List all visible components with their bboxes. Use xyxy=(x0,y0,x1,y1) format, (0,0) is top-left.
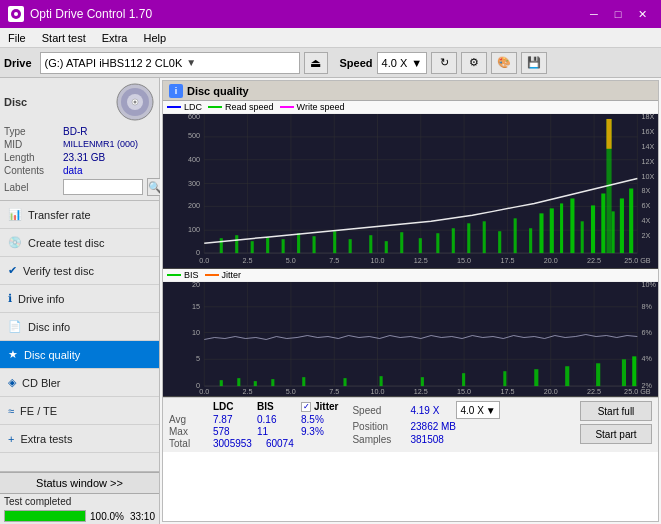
eject-button[interactable]: ⏏ xyxy=(304,52,328,74)
refresh-button[interactable]: ↻ xyxy=(431,52,457,74)
color-button[interactable]: 🎨 xyxy=(491,52,517,74)
type-label: Type xyxy=(4,126,59,137)
nav-fe-te[interactable]: ≈ FE / TE xyxy=(0,397,159,425)
svg-rect-63 xyxy=(400,232,403,253)
legend-bis: BIS xyxy=(167,270,199,280)
drive-label: Drive xyxy=(4,57,36,69)
extra-tests-label: Extra tests xyxy=(20,433,72,445)
svg-text:6X: 6X xyxy=(642,202,651,210)
svg-rect-74 xyxy=(560,203,563,253)
app-icon xyxy=(8,6,24,22)
chart1-container: 0 100 200 300 400 500 600 18X 16X 14X 12… xyxy=(163,114,658,269)
svg-text:4%: 4% xyxy=(642,355,653,363)
total-bis: 60074 xyxy=(266,438,296,449)
svg-rect-52 xyxy=(220,238,223,253)
svg-text:15: 15 xyxy=(192,303,200,311)
svg-text:400: 400 xyxy=(188,156,200,164)
menubar: File Start test Extra Help xyxy=(0,28,661,48)
nav-drive-info[interactable]: ℹ Drive info xyxy=(0,285,159,313)
svg-rect-128 xyxy=(421,377,424,386)
svg-text:8X: 8X xyxy=(642,188,651,196)
nav-disc-info[interactable]: 📄 Disc info xyxy=(0,313,159,341)
menu-extra[interactable]: Extra xyxy=(94,30,136,46)
progress-percent: 100.0% xyxy=(90,511,124,522)
svg-text:10: 10 xyxy=(192,329,200,337)
transfer-rate-label: Transfer rate xyxy=(28,209,91,221)
nav-create-test-disc[interactable]: 💿 Create test disc xyxy=(0,229,159,257)
svg-rect-133 xyxy=(596,363,600,386)
speed-combo[interactable]: 4.0 X ▼ xyxy=(456,401,500,419)
speed-arrow-icon: ▼ xyxy=(411,57,422,69)
svg-text:15.0: 15.0 xyxy=(457,257,471,265)
svg-rect-64 xyxy=(419,238,422,253)
svg-rect-134 xyxy=(622,359,626,386)
settings-button[interactable]: ⚙ xyxy=(461,52,487,74)
fe-te-icon: ≈ xyxy=(8,405,14,417)
legend-jitter-label: Jitter xyxy=(222,270,242,280)
legend-ldc-label: LDC xyxy=(184,102,202,112)
start-full-button[interactable]: Start full xyxy=(580,401,652,421)
legend-writespeed: Write speed xyxy=(280,102,345,112)
length-label: Length xyxy=(4,152,59,163)
label-input[interactable] xyxy=(63,179,143,195)
svg-rect-59 xyxy=(333,231,336,253)
close-button[interactable]: ✕ xyxy=(631,5,653,23)
svg-text:12.5: 12.5 xyxy=(414,388,428,396)
svg-text:17.5: 17.5 xyxy=(500,257,514,265)
svg-rect-126 xyxy=(343,378,346,386)
max-ldc: 578 xyxy=(213,426,243,437)
menu-starttest[interactable]: Start test xyxy=(34,30,94,46)
nav-transfer-rate[interactable]: 📊 Transfer rate xyxy=(0,201,159,229)
speed-selector[interactable]: 4.0 X ▼ xyxy=(377,52,428,74)
svg-text:2.5: 2.5 xyxy=(243,257,253,265)
svg-text:600: 600 xyxy=(188,114,200,121)
bis-color-swatch xyxy=(167,274,181,276)
jitter-checkbox[interactable]: ✓ xyxy=(301,402,311,412)
cd-bler-icon: ◈ xyxy=(8,376,16,389)
fe-te-label: FE / TE xyxy=(20,405,57,417)
svg-text:10%: 10% xyxy=(642,282,657,289)
maximize-button[interactable]: □ xyxy=(607,5,629,23)
legend-readspeed: Read speed xyxy=(208,102,274,112)
minimize-button[interactable]: ─ xyxy=(583,5,605,23)
menu-file[interactable]: File xyxy=(0,30,34,46)
speed-pos-table: Speed 4.19 X 4.0 X ▼ Position 23862 MB S… xyxy=(352,401,500,445)
svg-text:20.0: 20.0 xyxy=(544,257,558,265)
svg-rect-58 xyxy=(313,236,316,253)
svg-text:16X: 16X xyxy=(642,128,655,136)
nav-cd-bler[interactable]: ◈ CD Bler xyxy=(0,369,159,397)
start-part-button[interactable]: Start part xyxy=(580,424,652,444)
svg-text:22.5: 22.5 xyxy=(587,257,601,265)
svg-text:17.5: 17.5 xyxy=(500,388,514,396)
svg-rect-68 xyxy=(483,221,486,253)
svg-rect-132 xyxy=(565,366,569,386)
svg-rect-55 xyxy=(266,237,269,253)
svg-text:500: 500 xyxy=(188,132,200,140)
samples-val: 381508 xyxy=(410,434,443,445)
panel-icon: i xyxy=(169,84,183,98)
nav-disc-quality[interactable]: ★ Disc quality xyxy=(0,341,159,369)
drive-selector[interactable]: (G:) ATAPI iHBS112 2 CL0K ▼ xyxy=(40,52,300,74)
disc-quality-icon: ★ xyxy=(8,348,18,361)
stats-bar: LDC BIS ✓ Jitter Avg 7.87 0.16 8.5% xyxy=(163,397,658,452)
status-window-button[interactable]: Status window >> xyxy=(0,472,159,494)
svg-rect-76 xyxy=(581,221,584,253)
nav-verify-test-disc[interactable]: ✔ Verify test disc xyxy=(0,257,159,285)
menu-help[interactable]: Help xyxy=(135,30,174,46)
status-text: Test completed xyxy=(4,496,71,507)
cd-bler-label: CD Bler xyxy=(22,377,61,389)
writespeed-color-swatch xyxy=(280,106,294,108)
disc-quality-panel: i Disc quality LDC Read speed Write spee… xyxy=(162,80,659,522)
save-button[interactable]: 💾 xyxy=(521,52,547,74)
drivebar: Drive (G:) ATAPI iHBS112 2 CL0K ▼ ⏏ Spee… xyxy=(0,48,661,78)
svg-text:200: 200 xyxy=(188,202,200,210)
nav-extra-tests[interactable]: + Extra tests xyxy=(0,425,159,453)
svg-text:15.0: 15.0 xyxy=(457,388,471,396)
mid-label: MID xyxy=(4,139,59,150)
svg-text:14X: 14X xyxy=(642,143,655,151)
chart1-legend: LDC Read speed Write speed xyxy=(163,101,658,114)
start-buttons: Start full Start part xyxy=(580,401,652,444)
progress-fill xyxy=(5,511,85,521)
svg-text:100: 100 xyxy=(188,226,200,234)
drive-info-icon: ℹ xyxy=(8,292,12,305)
